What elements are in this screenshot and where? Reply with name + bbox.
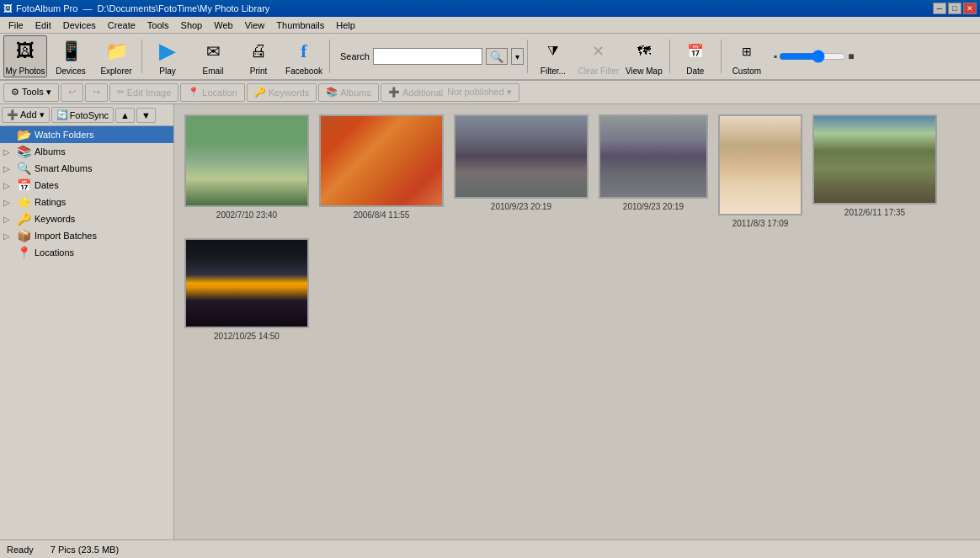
undo-button[interactable]: ↩ [61, 83, 83, 102]
menu-tools[interactable]: Tools [142, 19, 174, 32]
menu-web[interactable]: Web [209, 19, 237, 32]
filter-bar: ⚙ Tools ▾ ↩ ↪ ✏ Edit Image 📍 Location 🔑 … [0, 81, 980, 104]
app-icon: 🖼 [3, 3, 13, 13]
email-label: Email [202, 66, 223, 76]
sidebar-item-watch-folders[interactable]: ▷ 📂 Watch Folders [0, 126, 173, 143]
search-dropdown-button[interactable]: ▾ [511, 48, 524, 65]
play-button[interactable]: ▶ Play [146, 35, 189, 77]
tools-dropdown-button[interactable]: ⚙ Tools ▾ [3, 83, 59, 102]
keywords-button[interactable]: 🔑 Keywords [247, 83, 317, 102]
photo-date: 2006/8/4 11:55 [354, 210, 410, 220]
photo-date: 2002/7/10 23:40 [216, 210, 277, 220]
sidebar-item-smart-albums[interactable]: ▷ 🔍 Smart Albums [0, 160, 173, 177]
print-label: Print [250, 66, 268, 76]
watch-folders-icon: 📂 [17, 128, 31, 141]
expand-icon: ▷ [3, 231, 13, 241]
fotosync-label: FotoSync [70, 110, 109, 120]
albums-tree-icon: 📚 [17, 145, 31, 158]
search-label: Search [340, 51, 370, 61]
menu-file[interactable]: File [3, 19, 29, 32]
edit-image-icon: ✏ [117, 87, 125, 98]
photo-thumbnail [812, 114, 937, 205]
menu-bar: File Edit Devices Create Tools Shop Web … [0, 17, 980, 34]
albums-label: Albums [340, 88, 371, 98]
email-button[interactable]: ✉ Email [191, 35, 235, 77]
sidebar-item-keywords[interactable]: ▷ 🔑 Keywords [0, 210, 173, 227]
sort-up-button[interactable]: ▲ [115, 108, 135, 123]
sidebar-item-albums[interactable]: ▷ 📚 Albums [0, 143, 173, 160]
smart-albums-label: Smart Albums [35, 163, 92, 173]
menu-thumbnails[interactable]: Thumbnails [271, 19, 329, 32]
menu-devices[interactable]: Devices [58, 19, 101, 32]
sidebar-item-import-batches[interactable]: ▷ 📦 Import Batches [0, 227, 173, 244]
maximize-button[interactable]: □ [948, 3, 961, 14]
add-icon: ➕ [7, 109, 19, 120]
redo-button[interactable]: ↪ [85, 83, 108, 102]
albums-label: Albums [35, 146, 66, 157]
fotosync-button[interactable]: 🔄 FotoSync [51, 107, 114, 123]
albums-button[interactable]: 📚 Albums [318, 83, 379, 102]
close-button[interactable]: ✕ [963, 3, 977, 14]
dates-icon: 📅 [17, 178, 31, 192]
minimize-button[interactable]: ─ [933, 3, 946, 14]
location-icon: 📍 [188, 87, 200, 98]
search-button[interactable]: 🔍 [486, 48, 508, 65]
list-item[interactable]: 2012/10/25 14:50 [184, 238, 309, 341]
sort-down-button[interactable]: ▼ [136, 108, 156, 123]
list-item[interactable]: 2010/9/23 20:19 [454, 114, 589, 228]
location-button[interactable]: 📍 Location [180, 83, 245, 102]
sidebar-item-ratings[interactable]: ▷ ⭐ Ratings [0, 194, 173, 210]
toolbar-sep5 [721, 40, 722, 73]
additional-label: Additional [402, 88, 443, 98]
view-map-button[interactable]: 🗺 View Map [622, 35, 666, 77]
list-item[interactable]: 2002/7/10 23:40 [184, 114, 309, 228]
menu-edit[interactable]: Edit [30, 19, 56, 32]
custom-icon: ⊞ [733, 38, 760, 65]
photo-date: 2012/10/25 14:50 [214, 332, 280, 341]
tools-label: Tools ▾ [22, 87, 51, 98]
filter-button[interactable]: ⧩ Filter... [531, 35, 575, 77]
additional-icon: ➕ [388, 87, 400, 98]
list-item[interactable]: 2011/8/3 17:09 [718, 114, 802, 228]
title-bar-left: 🖼 FotoAlbum Pro — D:\Documents\FotoTime\… [3, 3, 269, 13]
menu-create[interactable]: Create [103, 19, 141, 32]
facebook-label: Facebook [285, 66, 322, 76]
my-photos-label: My Photos [5, 66, 45, 76]
title-path: D:\Documents\FotoTime\My Photo Library [97, 3, 269, 13]
date-icon: 📅 [682, 38, 709, 65]
print-icon: 🖨 [245, 38, 272, 65]
ratings-label: Ratings [35, 197, 66, 207]
sidebar-item-dates[interactable]: ▷ 📅 Dates [0, 177, 173, 194]
devices-label: Devices [56, 66, 86, 76]
zoom-slider[interactable] [779, 50, 846, 63]
tools-icon: ⚙ [11, 87, 19, 98]
list-item[interactable]: 2012/6/11 17:35 [812, 114, 937, 228]
main-layout: ➕ Add ▾ 🔄 FotoSync ▲ ▼ ▷ 📂 Watch Folders… [0, 104, 980, 539]
additional-button[interactable]: ➕ Additional Not published ▾ [381, 83, 519, 102]
menu-shop[interactable]: Shop [176, 19, 208, 32]
print-button[interactable]: 🖨 Print [237, 35, 280, 77]
title-separator: — [83, 3, 92, 13]
sidebar-item-locations[interactable]: 📍 Locations [0, 244, 173, 261]
search-input[interactable] [373, 48, 482, 65]
date-label: Date [686, 66, 704, 76]
add-label: Add ▾ [20, 109, 45, 120]
list-item[interactable]: 2006/8/4 11:55 [319, 114, 444, 228]
clear-filter-button[interactable]: ✕ Clear Filter [577, 35, 620, 77]
date-button[interactable]: 📅 Date [674, 35, 717, 77]
locations-icon: 📍 [17, 246, 31, 259]
list-item[interactable]: 2010/9/23 20:19 [599, 114, 708, 228]
my-photos-icon: 🖼 [12, 38, 39, 65]
devices-button[interactable]: 📱 Devices [49, 35, 93, 77]
custom-button[interactable]: ⊞ Custom [725, 35, 769, 77]
menu-view[interactable]: View [240, 19, 270, 32]
photo-thumbnail [718, 114, 802, 215]
import-batches-icon: 📦 [17, 229, 31, 242]
filter-icon: ⧩ [540, 38, 567, 65]
add-button[interactable]: ➕ Add ▾ [2, 107, 50, 123]
edit-image-button[interactable]: ✏ Edit Image [109, 83, 179, 102]
menu-help[interactable]: Help [331, 19, 360, 32]
facebook-button[interactable]: f Facebook [282, 35, 326, 77]
my-photos-button[interactable]: 🖼 My Photos [3, 35, 47, 77]
explorer-button[interactable]: 📁 Explorer [94, 35, 138, 77]
